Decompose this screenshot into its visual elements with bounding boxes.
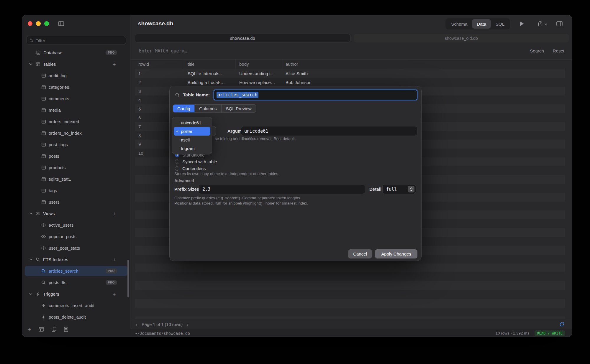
zoom-button[interactable] [44, 21, 49, 26]
sidebar-group-views[interactable]: Views+ [22, 208, 130, 219]
tab-showcase-db[interactable]: showcase.db [135, 34, 350, 42]
advanced-section-label: Advanced [174, 178, 194, 183]
add-button[interactable]: + [111, 257, 117, 262]
match-query-row: Enter MATCH query… Search Reset [130, 42, 572, 60]
tokenizer-option-label: porter [181, 129, 192, 134]
sidebar-item-categories[interactable]: categories [22, 81, 130, 93]
add-button[interactable]: + [111, 211, 117, 216]
sidebar-item-database[interactable]: DatabasePRO [22, 47, 130, 58]
sidebar-scrollbar[interactable] [127, 260, 129, 297]
previous-page-icon[interactable]: ‹ [136, 321, 137, 328]
detail-select[interactable]: full [382, 184, 416, 194]
cell-author [282, 281, 565, 290]
add-button[interactable]: + [27, 326, 31, 332]
close-button[interactable] [28, 21, 32, 26]
table-name-input[interactable]: articles_search [214, 90, 417, 100]
table-header: rowid title body author [135, 60, 565, 69]
run-query-icon[interactable] [520, 21, 524, 26]
share-icon[interactable] [538, 20, 543, 27]
sidebar-item-audit-log[interactable]: audit_log [22, 70, 130, 81]
sidebar-item-sqlite-stat1[interactable]: sqlite_stat1 [22, 173, 130, 185]
cancel-button[interactable]: Cancel [348, 249, 372, 258]
sidebar-item-comments-insert-audit[interactable]: comments_insert_audit [22, 300, 130, 311]
sidebar-item-posts-fts[interactable]: posts_ftsPRO [22, 277, 130, 288]
cell-rowid [135, 299, 184, 308]
cell-body [236, 272, 282, 281]
table-name-row: Table Name: articles_search [174, 90, 417, 100]
sidebar-group-tables[interactable]: Tables+ [22, 58, 130, 70]
cell-body [236, 299, 282, 308]
sidebar-item-popular-posts[interactable]: popular_posts [22, 231, 130, 242]
sidebar-item-orders-indexed[interactable]: orders_indexed [22, 116, 130, 127]
cell-rowid [135, 308, 184, 317]
traffic-lights [22, 15, 49, 32]
sidebar-item-orders-no-index[interactable]: orders_no_index [22, 127, 130, 139]
reset-button[interactable]: Reset [553, 48, 564, 53]
filter-input[interactable] [35, 38, 123, 43]
document-icon[interactable] [64, 327, 68, 332]
dialog-tab-sql-preview[interactable]: SQL Preview [222, 105, 256, 112]
tokenizer-option-porter[interactable]: ✓porter [174, 127, 210, 136]
sidebar-item-users[interactable]: users [22, 196, 130, 208]
layout-icon[interactable] [39, 327, 44, 332]
storage-options: StandaloneSynced with tableContentless [175, 151, 217, 172]
sidebar-group-triggers[interactable]: Triggers+ [22, 288, 130, 300]
search-button[interactable]: Search [530, 48, 544, 53]
dialog-tab-columns[interactable]: Columns [195, 105, 221, 112]
minimize-button[interactable] [36, 21, 41, 26]
tab-showcase-old-db[interactable]: showcase_old.db [354, 34, 569, 42]
sidebar-item-user-post-stats[interactable]: user_post_stats [22, 242, 130, 254]
next-page-icon[interactable]: › [187, 321, 189, 328]
sidebar-item-label: post_tags [49, 142, 68, 147]
sidebar-item-label: tags [49, 188, 57, 193]
refresh-icon[interactable] [559, 322, 564, 327]
add-button[interactable]: + [111, 291, 117, 297]
sidebar-item-media[interactable]: media [22, 104, 130, 116]
sidebar-group-fts-indexes[interactable]: FTS Indexes+ [22, 254, 130, 265]
prefix-sizes-input[interactable]: 2,3 [199, 184, 365, 194]
table-row[interactable]: 2Building a Local-…How we replace…Bob Jo… [135, 78, 565, 87]
eye-icon [41, 246, 46, 251]
table-icon [41, 188, 46, 193]
selected-text: articles_search [217, 92, 258, 98]
segment-sql[interactable]: SQL [491, 19, 509, 29]
arguments-input[interactable]: unicode61 [241, 126, 417, 136]
sidebar-item-tags[interactable]: tags [22, 185, 130, 196]
cell-rowid [135, 281, 184, 290]
sidebar-item-products[interactable]: products [22, 162, 130, 173]
tokenizer-option-trigram[interactable]: trigram [174, 144, 210, 153]
sidebar-item-label: categories [49, 85, 69, 90]
column-header-author[interactable]: author [282, 60, 565, 69]
column-header-rowid[interactable]: rowid [135, 60, 184, 69]
sidebar-item-comments[interactable]: comments [22, 93, 130, 104]
storage-option-synced-with-table[interactable]: Synced with table [175, 158, 217, 165]
sidebar-item-label: media [49, 108, 61, 113]
stepper-icon [408, 186, 414, 192]
add-button[interactable]: + [111, 61, 117, 67]
table-row [135, 317, 565, 319]
segment-data[interactable]: Data [472, 19, 491, 29]
column-header-body[interactable]: body [236, 60, 282, 69]
table-row[interactable]: 1SQLite Internals…Understanding t…Alice … [135, 69, 565, 78]
match-query-input[interactable]: Enter MATCH query… [139, 48, 187, 54]
inspector-toggle-icon[interactable] [556, 21, 563, 26]
sidebar-item-articles-search[interactable]: articles_searchPRO [22, 265, 130, 277]
sidebar-item-active-users[interactable]: active_users [22, 219, 130, 231]
storage-option-contentless[interactable]: Contentless [175, 165, 217, 172]
cell-rowid: 2 [135, 78, 184, 87]
chevron-down-icon[interactable] [545, 23, 547, 25]
table-icon [41, 108, 46, 113]
sidebar-item-posts[interactable]: posts [22, 150, 130, 162]
prefix-sizes-label: Prefix Sizes [174, 184, 199, 194]
sidebar-toggle-icon[interactable] [58, 21, 64, 27]
sidebar-item-posts-delete-audit[interactable]: posts_delete_audit [22, 311, 130, 323]
tokenizer-option-unicode61[interactable]: unicode61 [174, 118, 210, 127]
tokenizer-option-ascii[interactable]: ascii [174, 136, 210, 144]
segment-schema[interactable]: Schema [446, 19, 472, 29]
copy-icon[interactable] [52, 327, 56, 332]
sidebar-item-post-tags[interactable]: post_tags [22, 139, 130, 150]
cell-author [282, 317, 565, 319]
dialog-tab-config[interactable]: Config [173, 105, 195, 112]
apply-changes-button[interactable]: Apply Changes [375, 249, 417, 258]
column-header-title[interactable]: title [184, 60, 236, 69]
